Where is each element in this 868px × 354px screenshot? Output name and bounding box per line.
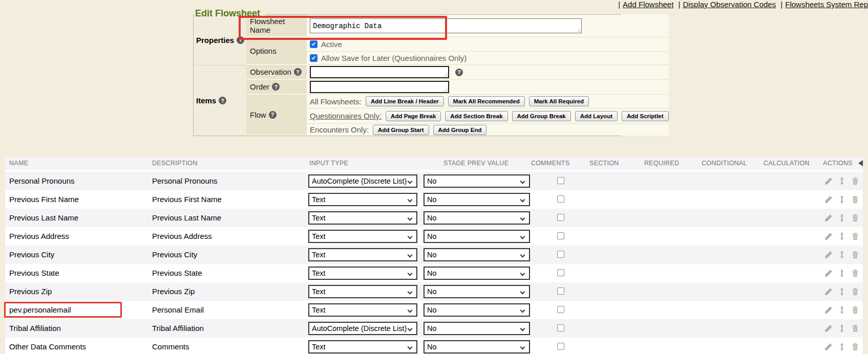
edit-icon[interactable]: [824, 232, 833, 240]
resize-grip-icon[interactable]: [443, 73, 448, 77]
comments-checkbox[interactable]: [557, 287, 564, 295]
move-icon[interactable]: [838, 177, 846, 185]
stage-prev-value-select[interactable]: No: [424, 340, 530, 353]
observation-help-icon[interactable]: ?: [294, 68, 302, 76]
add-group-end-button[interactable]: Add Group End: [433, 125, 487, 135]
input-type-select[interactable]: Text: [308, 248, 417, 261]
link-separator: |: [618, 0, 620, 9]
move-icon[interactable]: [838, 214, 846, 222]
items-group-label: Items ?: [194, 65, 246, 136]
flow-help-icon[interactable]: ?: [269, 111, 277, 119]
input-type-select[interactable]: Text: [308, 230, 417, 243]
edit-icon[interactable]: [824, 177, 833, 185]
add-line-break-header-button[interactable]: Add Line Break / Header: [366, 96, 444, 106]
order-input[interactable]: [310, 81, 449, 93]
comments-checkbox[interactable]: [557, 177, 564, 184]
chevron-down-icon: [408, 234, 413, 239]
delete-icon[interactable]: [851, 232, 859, 240]
delete-icon[interactable]: [851, 195, 859, 204]
edit-icon[interactable]: [824, 287, 833, 296]
stage-prev-value-select[interactable]: No: [424, 285, 530, 298]
resize-grip-icon[interactable]: [577, 28, 581, 32]
comments-checkbox[interactable]: [557, 269, 564, 276]
table-row: pev.personalemailPersonal EmailTextNo: [5, 301, 863, 319]
stage-prev-value-select[interactable]: No: [424, 303, 530, 317]
allow-save-for-later-checkbox[interactable]: ✔: [310, 54, 317, 62]
comments-checkbox[interactable]: [557, 214, 564, 221]
input-type-select[interactable]: AutoComplete (Discrete List): [308, 322, 417, 335]
input-type-select[interactable]: Text: [308, 211, 417, 225]
stage-prev-value-select[interactable]: No: [424, 267, 530, 280]
observation-input[interactable]: [310, 66, 449, 78]
delete-icon[interactable]: [851, 214, 859, 222]
edit-icon[interactable]: [824, 251, 833, 259]
edit-icon[interactable]: [824, 306, 833, 314]
input-type-select[interactable]: Text: [308, 285, 417, 298]
item-name: Tribal Affiliation: [9, 324, 61, 333]
comments-checkbox[interactable]: [557, 324, 564, 331]
move-icon[interactable]: [838, 251, 846, 259]
properties-help-icon[interactable]: ?: [237, 36, 244, 44]
mark-all-required-button[interactable]: Mark All Required: [529, 96, 589, 106]
edit-icon[interactable]: [824, 269, 833, 277]
stage-prev-value-select[interactable]: No: [424, 193, 530, 206]
active-checkbox[interactable]: ✔: [310, 40, 317, 48]
flowsheet-name-input[interactable]: Demographic Data: [310, 18, 582, 33]
comments-checkbox[interactable]: [557, 343, 564, 350]
comments-checkbox[interactable]: [557, 306, 564, 313]
add-group-start-button[interactable]: Add Group Start: [373, 125, 429, 135]
input-type-select[interactable]: Text: [308, 340, 417, 353]
flowsheets-system-report-link[interactable]: Flowsheets System Rep: [785, 0, 868, 9]
stage-prev-value-select[interactable]: No: [424, 230, 530, 243]
display-observation-codes-link[interactable]: Display Observation Codes: [683, 0, 776, 9]
comments-checkbox[interactable]: [557, 232, 564, 239]
input-type-select-value: Text: [312, 287, 326, 296]
edit-icon[interactable]: [824, 324, 833, 333]
edit-icon[interactable]: [824, 195, 833, 204]
delete-icon[interactable]: [851, 177, 859, 185]
stage-prev-value-select[interactable]: No: [424, 211, 530, 225]
edit-icon[interactable]: [824, 214, 833, 222]
move-icon[interactable]: [838, 287, 846, 296]
stage-prev-value-select[interactable]: No: [424, 322, 530, 335]
move-icon[interactable]: [838, 232, 846, 240]
add-group-break-button[interactable]: Add Group Break: [512, 111, 571, 121]
edit-icon[interactable]: [824, 343, 833, 351]
delete-icon[interactable]: [851, 251, 859, 259]
add-layout-button[interactable]: Add Layout: [575, 111, 618, 121]
chevron-down-icon: [520, 345, 525, 350]
move-icon[interactable]: [838, 306, 846, 314]
add-scriptlet-button[interactable]: Add Scriptlet: [622, 111, 669, 121]
order-help-icon[interactable]: ?: [272, 83, 280, 91]
chevron-down-icon: [520, 253, 525, 258]
delete-icon[interactable]: [851, 306, 859, 314]
mark-all-recommended-button[interactable]: Mark All Recommended: [448, 96, 525, 106]
add-section-break-button[interactable]: Add Section Break: [445, 111, 507, 121]
input-type-select[interactable]: Text: [308, 193, 417, 206]
move-icon[interactable]: [838, 324, 846, 333]
add-flowsheet-link[interactable]: Add Flowsheet: [623, 0, 673, 9]
input-type-select[interactable]: AutoComplete (Discrete List): [308, 174, 417, 188]
stage-prev-value-select-value: No: [427, 287, 437, 296]
comments-checkbox[interactable]: [557, 251, 564, 258]
delete-icon[interactable]: [851, 269, 859, 277]
left-arrow-icon[interactable]: [858, 160, 863, 166]
move-icon[interactable]: [838, 269, 846, 277]
input-type-select[interactable]: Text: [308, 303, 417, 317]
comments-checkbox[interactable]: [557, 195, 564, 203]
input-type-select[interactable]: Text: [308, 267, 417, 280]
delete-icon[interactable]: [851, 324, 859, 333]
stage-prev-value-select-value: No: [427, 343, 437, 351]
item-name: Other Data Comments: [9, 342, 86, 351]
add-page-break-button[interactable]: Add Page Break: [386, 111, 441, 121]
stage-prev-value-select[interactable]: No: [424, 174, 530, 188]
observation-value-help-icon[interactable]: ?: [455, 69, 463, 76]
move-icon[interactable]: [838, 195, 846, 204]
items-help-icon[interactable]: ?: [219, 97, 226, 104]
delete-icon[interactable]: [851, 287, 859, 296]
delete-icon[interactable]: [851, 343, 859, 351]
stage-prev-value-select-value: No: [427, 324, 437, 333]
move-icon[interactable]: [838, 343, 846, 351]
resize-grip-icon[interactable]: [443, 87, 448, 92]
stage-prev-value-select[interactable]: No: [424, 248, 530, 261]
